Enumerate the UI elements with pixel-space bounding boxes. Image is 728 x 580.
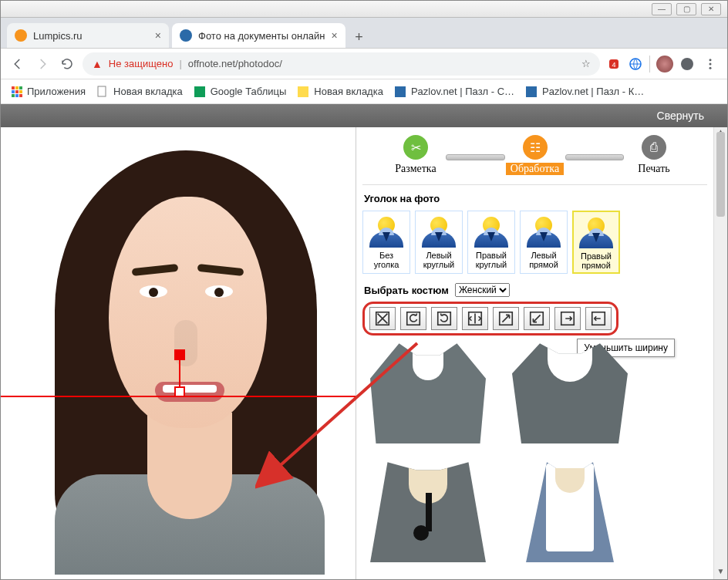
costume-item[interactable] [504,343,635,451]
svg-point-5 [709,62,712,65]
printer-icon: ⎙ [642,135,666,160]
page-viewport: Свернуть Фото на документы [1,104,727,579]
corner-right-round[interactable]: Правыйкруглый [467,211,515,274]
app-topbar: Свернуть [1,104,727,127]
scroll-down-icon[interactable]: ▼ [714,567,727,579]
apps-grid-icon [12,86,22,97]
costume-select[interactable]: Женский [455,283,510,297]
photo-preview[interactable]: Фото на документы [1,127,356,579]
chrome-window: — ▢ ✕ Lumpics.ru × Фото на документы онл… [0,0,728,580]
tool-flip-horizontal[interactable] [462,307,488,330]
vertical-scrollbar[interactable]: ▲ ▼ [713,127,727,579]
svg-point-3 [681,58,693,70]
tool-remove[interactable] [369,307,396,330]
nav-forward-button[interactable] [33,55,52,73]
tab-label: Фото на документы онлайн [198,30,325,42]
window-titlebar: — ▢ ✕ [1,1,727,18]
costume-picker: Выбрать костюм Женский [364,283,706,297]
corner-options: Безуголка Левыйкруглый Правыйкруглый [362,211,707,277]
bookmark-item[interactable]: Новая вкладка [96,86,183,98]
bookmark-apps[interactable]: Приложения [12,86,86,97]
costume-item[interactable] [504,462,635,570]
nav-back-button[interactable] [8,55,27,73]
tool-scale-up[interactable] [493,307,519,330]
corner-left-straight[interactable]: Левыйпрямой [520,211,568,274]
incognito-icon[interactable] [679,56,695,72]
crop-icon: ✂ [403,135,428,160]
corner-heading: Уголок на фото [364,193,706,204]
step-print[interactable]: ⎙ Печать [619,135,689,175]
svg-point-6 [709,66,712,69]
costume-item[interactable] [362,343,494,451]
tool-width-increase[interactable] [554,307,581,330]
sheets-icon [194,86,206,98]
bookmark-item[interactable]: Pazlov.net | Пазл - К… [525,86,644,98]
tool-width-decrease[interactable] [585,307,612,330]
tab-photodoc[interactable]: Фото на документы онлайн × [172,23,345,48]
favicon-icon [15,29,27,42]
insecure-icon: ▲ [92,58,103,70]
svg-rect-7 [98,86,106,96]
guide-handle[interactable] [174,386,185,397]
tab-strip: Lumpics.ru × Фото на документы онлайн × … [1,18,727,49]
bookmark-item[interactable]: Pazlov.net | Пазл - С… [394,86,514,98]
tool-scale-down[interactable] [524,307,550,330]
svg-point-4 [709,59,712,61]
new-tab-button[interactable]: + [349,26,370,48]
extension-globe-icon[interactable] [628,56,643,72]
tab-lumpics[interactable]: Lumpics.ru × [7,23,169,48]
transform-toolbar [362,302,618,336]
page-icon [96,86,109,98]
corner-right-straight[interactable]: Правыйпрямой [572,211,620,274]
tab-close-icon[interactable]: × [155,29,161,42]
profile-avatar[interactable] [656,56,673,72]
collapse-link[interactable]: Свернуть [657,110,704,122]
tool-rotate-right[interactable] [431,307,457,330]
svg-rect-9 [298,86,308,97]
puzzle-icon [525,86,538,98]
portrait-placeholder [24,143,348,575]
menu-separator [649,56,650,72]
corner-none[interactable]: Безуголка [362,211,410,274]
bookmarks-bar: Приложения Новая вкладка Google Таблицы … [1,79,727,104]
bookmark-item[interactable]: Google Таблицы [194,86,287,98]
extension-icon[interactable]: 4 [606,56,622,72]
svg-rect-11 [526,86,537,97]
bookmark-item[interactable]: Новая вкладка [297,86,383,98]
sliders-icon: ☷ [523,135,548,160]
close-window-button[interactable]: ✕ [701,3,721,15]
puzzle-icon [394,86,406,98]
favicon-icon [180,29,192,42]
step-markup[interactable]: ✂ Разметка [381,135,450,175]
guide-handle[interactable] [174,349,185,360]
yandex-icon [297,86,309,98]
photo-overlay-label: Фото на документы [13,130,117,143]
address-bar[interactable]: ▲ Не защищено | offnote.net/photodoc/ ☆ [83,52,600,76]
side-panel: ✂ Разметка ☷ Обработка ⎙ Печать [356,127,727,579]
guide-tick [179,360,180,386]
costume-item[interactable] [362,462,494,570]
costume-label: Выбрать костюм [364,285,449,296]
tool-rotate-left[interactable] [400,307,426,330]
svg-text:4: 4 [612,61,615,69]
tab-close-icon[interactable]: × [331,29,337,42]
url-text: offnote.net/photodoc/ [188,58,282,69]
corner-left-round[interactable]: Левыйкруглый [415,211,463,274]
costume-gallery [362,340,707,570]
svg-rect-8 [194,86,205,97]
maximize-button[interactable]: ▢ [676,3,696,15]
scrollbar-thumb[interactable] [716,132,725,217]
bookmark-star-icon[interactable]: ☆ [581,58,591,69]
security-status: Не защищено [109,58,174,69]
svg-rect-10 [395,86,406,97]
tab-label: Lumpics.ru [33,30,149,42]
toolbar: ▲ Не защищено | offnote.net/photodoc/ ☆ … [1,49,727,79]
nav-reload-button[interactable] [58,55,76,73]
minimize-button[interactable]: — [652,3,672,15]
step-process[interactable]: ☷ Обработка [501,135,570,175]
chrome-menu-button[interactable] [701,55,720,73]
workflow-stepper: ✂ Разметка ☷ Обработка ⎙ Печать [362,130,707,177]
